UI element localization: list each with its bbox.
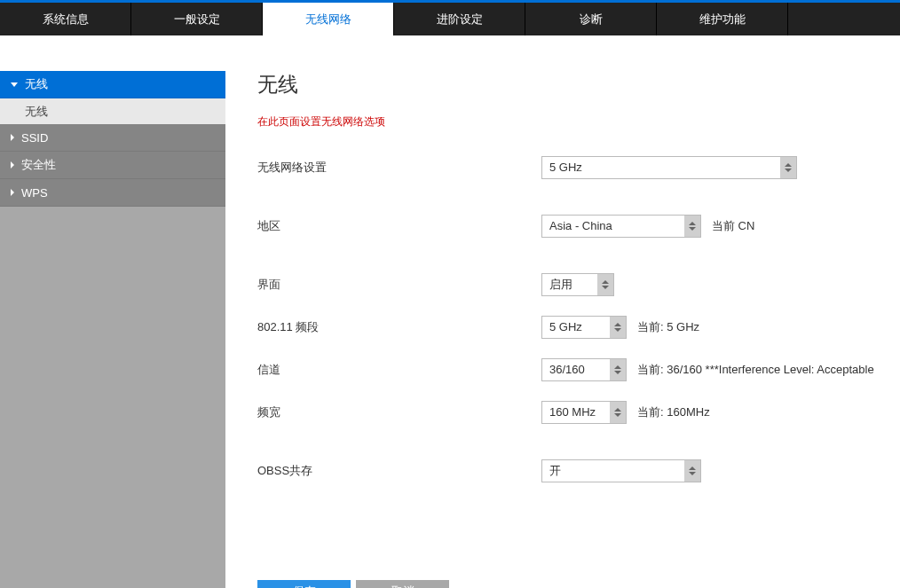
hint-channel: 当前: 36/160 ***Interference Level: Accept… [637, 362, 874, 378]
tab-wireless[interactable]: 无线网络 [263, 3, 394, 35]
stepper-icon [610, 359, 626, 380]
sidebar-item-label: WPS [21, 186, 48, 200]
chevron-right-icon [11, 161, 14, 169]
tab-general[interactable]: 一般设定 [131, 3, 263, 35]
select-value: 5 GHz [542, 317, 610, 338]
label-channel: 信道 [257, 362, 541, 378]
label-region: 地区 [257, 218, 541, 234]
tab-maintenance[interactable]: 维护功能 [657, 3, 788, 35]
cancel-button[interactable]: 取消 [356, 580, 449, 588]
select-interface[interactable]: 启用 [541, 273, 614, 296]
select-value: 160 MHz [542, 402, 610, 423]
save-button[interactable]: 保存 [257, 580, 351, 588]
stepper-icon [684, 460, 700, 482]
stepper-icon [610, 317, 626, 338]
label-obss: OBSS共存 [257, 463, 541, 479]
sidebar-item-label: SSID [21, 131, 48, 145]
select-width[interactable]: 160 MHz [541, 401, 627, 424]
select-obss[interactable]: 开 [541, 459, 701, 482]
tab-system-info[interactable]: 系统信息 [0, 3, 131, 35]
sidebar-item-security[interactable]: 安全性 [0, 152, 225, 179]
page-title: 无线 [257, 71, 900, 98]
stepper-icon [684, 216, 700, 237]
label-wireless-setting: 无线网络设置 [257, 160, 541, 176]
sidebar-item-label: 无线 [25, 76, 48, 92]
chevron-right-icon [11, 134, 14, 141]
page-description: 在此页面设置无线网络选项 [257, 114, 900, 129]
tab-diagnostics[interactable]: 诊断 [525, 3, 657, 35]
content: 无线 在此页面设置无线网络选项 无线网络设置 5 GHz 地区 Asia - C… [225, 35, 900, 588]
tab-advanced[interactable]: 进阶设定 [394, 3, 525, 35]
sidebar-item-wps[interactable]: WPS [0, 179, 225, 207]
sidebar: 无线 无线 SSID 安全性 WPS [0, 71, 225, 588]
select-value: 启用 [542, 274, 597, 295]
select-region[interactable]: Asia - China [541, 215, 701, 238]
label-band: 802.11 频段 [257, 319, 541, 335]
label-interface: 界面 [257, 277, 541, 293]
sidebar-item-wireless[interactable]: 无线 [0, 71, 225, 98]
hint-width: 当前: 160MHz [637, 404, 710, 420]
sidebar-item-ssid[interactable]: SSID [0, 124, 225, 152]
select-channel[interactable]: 36/160 [541, 358, 627, 381]
label-width: 频宽 [257, 404, 541, 420]
select-wireless-setting[interactable]: 5 GHz [541, 156, 797, 179]
hint-band: 当前: 5 GHz [637, 319, 699, 335]
stepper-icon [597, 274, 613, 295]
hint-region: 当前 CN [712, 218, 754, 234]
select-value: 36/160 [542, 359, 610, 380]
select-value: Asia - China [542, 216, 684, 237]
stepper-icon [610, 402, 626, 423]
select-value: 开 [542, 460, 684, 482]
sidebar-item-label: 安全性 [21, 157, 56, 173]
stepper-icon [780, 157, 796, 178]
sidebar-subitem-wireless[interactable]: 无线 [0, 98, 225, 124]
select-band[interactable]: 5 GHz [541, 316, 627, 339]
chevron-right-icon [11, 189, 14, 196]
select-value: 5 GHz [542, 157, 780, 178]
top-nav: 系统信息 一般设定 无线网络 进阶设定 诊断 维护功能 [0, 3, 900, 35]
chevron-down-icon [11, 82, 18, 87]
